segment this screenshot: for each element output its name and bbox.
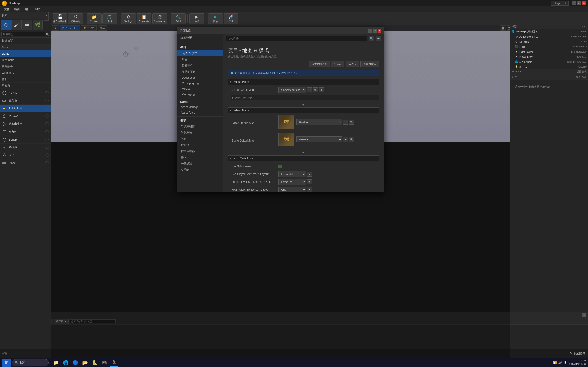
toolbar-content[interactable]: 📁 Content [87, 13, 102, 24]
taskbar-app-files[interactable]: 📁 [52, 359, 61, 367]
actor-row-fog[interactable]: 🌫 Atmospheric Fog AtmosphericFog [510, 34, 588, 39]
mode-foliage[interactable]: 🌿 [33, 20, 43, 30]
taskbar-app-explorer[interactable]: 📂 [80, 359, 90, 367]
dialog-nav-nav-sys[interactable]: 导航系统 [177, 130, 223, 136]
dialog-nav-input[interactable]: 输入 [177, 154, 223, 161]
category-geometry[interactable]: Geometry [0, 70, 51, 76]
toolbar-save[interactable]: 💾 保存当前关卡 [52, 13, 67, 24]
category-visual[interactable]: 视觉效果 [0, 63, 51, 70]
toolbar-blueprints[interactable]: 📋 Blueprints [137, 13, 151, 24]
category-volume[interactable]: 体积 [0, 76, 51, 83]
taskbar-app-game[interactable]: 🎮 [100, 359, 109, 367]
place-camera[interactable]: 空角色 ⓘ [0, 97, 51, 105]
toolbar-play[interactable]: ▶ 播放 [208, 13, 223, 24]
dialog-nav-tutorial[interactable]: 教程 [177, 136, 223, 142]
editor-map-search-btn[interactable]: 🔍 [349, 119, 354, 125]
actor-row-sky-sphere[interactable]: 🌐 Sky Sphere 编辑_BP_Sky_Sp... [510, 59, 588, 65]
toolbar-launch[interactable]: 🚀 启动 [224, 13, 238, 24]
taskbar-app-browser[interactable]: 🌐 [61, 359, 70, 367]
actor-row-player-start[interactable]: ⚑ Player Start PlayerStart [510, 54, 588, 59]
expand-arrow-2[interactable]: ▼ [228, 150, 379, 155]
export-btn[interactable]: 导出... [331, 61, 344, 67]
dialog-nav-encrypt[interactable]: 加密 [177, 56, 223, 63]
mode-placement[interactable]: ⬡ [1, 20, 11, 30]
toolbar-settings[interactable]: ⚙ Settings [121, 13, 136, 24]
place-cone[interactable]: 锥形 ⓘ [0, 151, 51, 159]
category-search-input[interactable] [1, 32, 45, 36]
game-map-select[interactable]: NewMap [296, 136, 342, 142]
toolbar-market[interactable]: 🛒 市场 [103, 13, 117, 24]
dialog-minimize-btn[interactable]: ─ [368, 29, 372, 33]
set-default-btn[interactable]: 设置为默认值 [309, 61, 330, 67]
four-player-select[interactable]: Grid [278, 187, 306, 192]
toolbar-cinematics[interactable]: 🎬 Cinematics [152, 13, 167, 24]
category-lights[interactable]: Lights [0, 50, 51, 57]
mode-paint[interactable]: 🖌 [11, 20, 22, 30]
close-button[interactable]: ✕ [582, 1, 586, 5]
dialog-nav-packaging[interactable]: Packaging [177, 92, 223, 97]
three-player-dropdown[interactable]: ▼ [307, 179, 312, 184]
game-map-arrow-btn[interactable]: ↩ [343, 137, 348, 142]
dialog-nav-platform[interactable]: 支持的平台 [177, 69, 223, 75]
expand-arrow-1[interactable]: ▼ [228, 102, 379, 107]
content-browser-close-btn[interactable]: ✕ [582, 313, 586, 317]
import-btn[interactable]: 导入... [346, 61, 359, 67]
menu-help[interactable]: 帮助 [32, 6, 42, 12]
menu-window[interactable]: 窗口 [22, 6, 32, 12]
place-sphere[interactable]: Sphere ⓘ [0, 136, 51, 144]
place-empty-actor[interactable]: 空Actor ⓘ [0, 89, 51, 97]
dialog-search-input[interactable] [225, 36, 367, 41]
toolbar-build[interactable]: 🔨 Build [171, 13, 186, 24]
mode-landscape[interactable]: 🏔 [22, 20, 32, 30]
dialog-all-settings[interactable]: 所有设置 [177, 34, 223, 42]
actor-row-floor[interactable]: ⬛ Floor StaticMeshActor [510, 44, 588, 49]
dialog-nav-description[interactable]: Description [177, 75, 223, 81]
gamemode-add-btn[interactable]: + [319, 87, 324, 92]
dialog-nav-maps-modes[interactable]: ▼ 地图 & 模式 [177, 50, 223, 56]
dialog-nav-nav-mesh[interactable]: 导航网格体 [177, 123, 223, 130]
place-player-start[interactable]: 玩家出生点 ⓘ [0, 120, 51, 128]
three-player-select[interactable]: Favor Top [278, 179, 306, 185]
menu-file[interactable]: 文件 [2, 6, 12, 12]
dialog-nav-ai-sys[interactable]: AI系统 [177, 167, 223, 173]
category-recent[interactable]: 最近放置 [0, 38, 51, 44]
place-cube[interactable]: 立方体 ⓘ [0, 128, 51, 136]
dialog-nav-crowd[interactable]: 群集管理器 [177, 148, 223, 154]
dialog-nav-target-hw[interactable]: 目标硬件 [177, 63, 223, 69]
use-splitscreen-checkbox[interactable]: ✓ [278, 165, 282, 168]
reset-btn[interactable]: 重置为默认 [360, 61, 379, 67]
two-player-select[interactable]: Horizontal [278, 171, 306, 177]
dialog-nav-movies[interactable]: Movies [177, 86, 223, 92]
gamemode-search-btn[interactable]: 🔍 [313, 87, 318, 92]
taskbar-app-chrome[interactable]: 🔵 [71, 359, 80, 367]
maximize-button[interactable]: □ [577, 1, 581, 5]
dialog-nav-general[interactable]: 一般设置 [177, 161, 223, 167]
editor-map-arrow-btn[interactable]: ↩ [343, 119, 348, 125]
place-plane[interactable]: Plane ⓘ [0, 159, 51, 167]
toolbar-compile[interactable]: ▶ 编译 [190, 13, 204, 24]
actor-row-dlltask[interactable]: ⬡ DllTask1 DllTask [510, 39, 588, 44]
category-cinematic[interactable]: Cinematic [0, 57, 51, 63]
taskbar-search-bar[interactable]: 🔍 搜索 [12, 359, 49, 366]
dialog-eye-btn[interactable]: 👁 [376, 36, 381, 41]
dialog-nav-gameplay-tags[interactable]: GameplayTags [177, 81, 223, 86]
dialog-nav-asset-tools[interactable]: Asset Tools [177, 110, 223, 115]
place-point-light[interactable]: Point Light ⓘ [0, 105, 51, 112]
dialog-close-btn[interactable]: ✕ [378, 29, 381, 33]
category-all[interactable]: 所有类 [0, 83, 51, 89]
dialog-nav-asset-manager[interactable]: Asset Manager [177, 104, 223, 110]
taskbar-start-btn[interactable]: ⊞ [2, 359, 11, 367]
editor-map-select[interactable]: NewMap [296, 119, 342, 125]
actor-row-sky-light[interactable]: 💡 SkyLight SkyLight [510, 65, 588, 69]
place-pawn[interactable]: 空Pawn ⓘ [0, 112, 51, 120]
four-player-dropdown[interactable]: ▼ [307, 187, 312, 192]
gamemode-arrow-btn[interactable]: ↩ [307, 87, 312, 92]
dialog-search-btn[interactable]: 🔍 [369, 36, 374, 41]
taskbar-app-vs[interactable]: 🐍 [90, 359, 99, 367]
menu-edit[interactable]: 编辑 [12, 6, 22, 12]
two-player-dropdown[interactable]: ▼ [307, 172, 312, 177]
dialog-nav-console[interactable]: 控制台 [177, 142, 223, 148]
outliner-view-options[interactable]: 视图选项 [577, 70, 587, 73]
minimize-button[interactable]: ─ [572, 1, 576, 5]
toolbar-source-control[interactable]: ⑆ 源码控制 [68, 13, 83, 24]
